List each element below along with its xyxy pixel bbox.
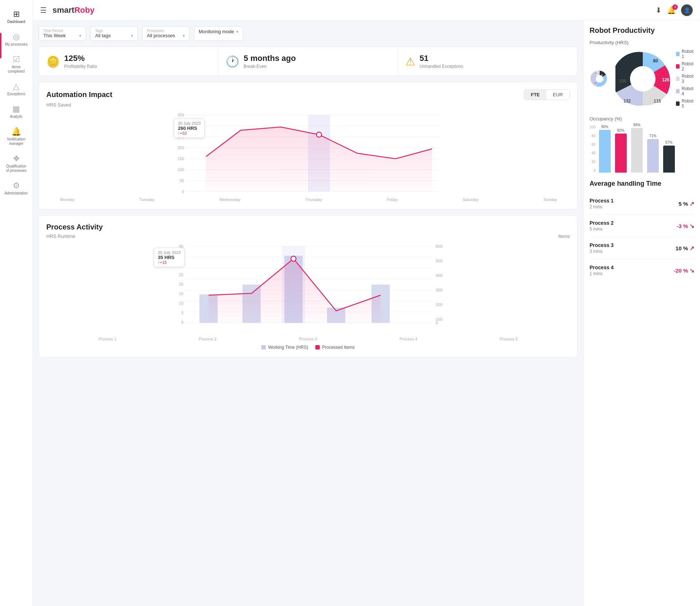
aht-process4: Process 4 1 mins -20 % ↘ [590,259,694,281]
r5-dot [676,101,680,106]
content: Time Period This Week ▾ Tags All tags ▾ … [33,20,700,606]
kpi-profitability: 🪙 125% Profitability Ratio [39,47,218,76]
process-activity-title: Process Activity [46,223,103,231]
kpi-profitability-label: Profitability Ratio [64,64,97,69]
sidebar-label-administration: Administration [5,191,28,196]
logo-roby: Roby [74,5,94,15]
sidebar-item-exceptions[interactable]: △ Exceptions [3,79,30,100]
svg-text:150: 150 [178,157,184,161]
proc-x-p5: Process 5 [500,337,518,341]
notification-badge: 3 [672,4,678,10]
arrow-up-icon: ↗ [689,200,694,207]
occ-bar-r3: 94% [631,123,643,173]
filter-time-period[interactable]: Time Period This Week ▾ [39,26,86,41]
process-activity-chart: 40 35 30 25 20 15 10 5 0 600 500 400 300 [46,243,570,350]
occupancy-chart: 100 80 60 40 20 0 90% 82% [590,125,694,173]
chevron-down-icon-2: ▾ [131,33,133,38]
aht-p2-pct: -3 % ↘ [677,223,694,229]
sidebar-item-qualification[interactable]: ❖ Qualification of processes [3,151,30,177]
kpi-breakeven-info: 5 months ago Break-Even [244,54,296,69]
svg-text:115: 115 [654,99,661,104]
proc-x-p3: Process 3 [299,337,317,341]
qualification-icon: ❖ [13,155,20,163]
monitoring-value: Monitoring mode ▾ [199,29,238,34]
productivity-sub: Productivity (HRS) [590,40,694,45]
aht-section: Average handling Time Process 1 2 mins 5… [590,180,694,281]
occupancy-sub: Occupancy (%) [590,116,694,121]
right-panel: Robot Productivity Productivity (HRS) [583,20,700,606]
svg-text:0: 0 [181,320,183,324]
filter-tags[interactable]: Tags All tags ▾ [90,26,138,41]
aht-p1-time: 2 mins [590,204,614,209]
occ-bar-r2-rect [615,134,627,173]
kpi-exceptions-label: Unhandled Exceptions [420,64,463,69]
pie-chart: 80 126 132 100 [590,50,610,108]
my-processes-icon: ◎ [13,33,20,41]
r4-label: Robot 4 [682,86,694,96]
toggle-group-impact: FTE EUR [524,89,570,100]
aht-p1-name: Process 1 [590,198,614,204]
profitability-icon: 🪙 [46,55,60,68]
occ-bar-r4: 71% [647,134,659,173]
svg-text:250: 250 [178,135,184,139]
arrow-up-icon-2: ↗ [689,245,694,252]
exceptions-kpi-icon: ⚠ [405,55,415,68]
sidebar-item-analytic[interactable]: ▦ Analytic [3,101,30,123]
automation-impact-section: Automation Impact FTE EUR HRS Saved 350 … [39,82,578,209]
r4-dot [676,89,680,93]
items-completed-icon: ☑ [13,55,20,63]
automation-impact-title: Automation Impact [46,90,112,99]
sidebar-item-administration[interactable]: ⚙ Administration [3,178,30,199]
r1-label: Robot 1 [682,49,694,59]
svg-text:132: 132 [623,99,631,104]
filter-processes[interactable]: Processes All processes ▾ [142,26,190,41]
process-activity-section: Process Activity HRS Runtime Items 40 35… [39,215,578,358]
legend-robot4: Robot 4 [676,86,694,96]
notification-bell-icon[interactable]: 🔔 3 [667,6,676,15]
pie-legend: Robot 1 Robot 2 Robot 3 Robot 4 [676,49,694,109]
r3-dot [676,77,680,81]
arrow-down-icon-2: ↘ [689,267,694,274]
svg-text:80: 80 [601,74,603,76]
process3-dot [291,256,296,261]
filter-monitoring[interactable]: Monitoring mode ▾ [194,26,243,41]
sidebar-item-items-completed[interactable]: ☑ Items completed [3,52,30,77]
aht-p4-name: Process 4 [590,265,614,270]
automation-impact-sub: HRS Saved [46,102,570,108]
svg-text:350: 350 [178,113,184,117]
svg-text:100: 100 [594,73,596,74]
aht-p3-name: Process 3 [590,242,614,248]
x-label-thursday: Thursday [305,197,322,202]
avatar[interactable]: 👤 [681,4,693,16]
aht-process3: Process 3 3 mins 10 % ↗ [590,237,694,259]
svg-text:200: 200 [178,146,184,150]
automation-impact-chart: 350 300 250 200 150 100 50 0 [46,111,570,202]
svg-text:600: 600 [436,244,442,248]
kpi-bar: 🪙 125% Profitability Ratio 🕐 5 months ag… [39,47,578,76]
notification-icon: 🔔 [11,128,21,136]
tags-label: Tags [95,29,133,33]
aht-p1-pct: 5 % ↗ [678,200,694,207]
process-svg: 40 35 30 25 20 15 10 5 0 600 500 400 300 [46,243,570,337]
analytic-icon: ▦ [12,105,20,113]
svg-text:0: 0 [436,321,438,325]
svg-text:50: 50 [180,178,184,183]
kpi-exceptions: ⚠ 51 Unhandled Exceptions [398,47,577,76]
fte-toggle[interactable]: FTE [524,90,547,100]
main-area: ☰ smartRoby ⬇ 🔔 3 👤 Time Period This Wee… [33,0,700,606]
occ-bar-r5: 57% [663,140,675,173]
sidebar-item-notification[interactable]: 🔔 Notification manager [3,124,30,150]
sidebar-item-my-processes[interactable]: ◎ My processes [3,29,30,50]
menu-icon[interactable]: ☰ [40,6,47,15]
occ-bar-r4-rect [647,139,659,173]
robot-productivity-title: Robot Productivity [590,26,694,35]
eur-toggle[interactable]: EUR [547,90,569,100]
legend-robot2: Robot 2 [676,61,694,72]
sidebar-item-dashboard[interactable]: ⊞ Dashboard [3,7,30,28]
download-icon[interactable]: ⬇ [656,6,662,15]
chevron-down-icon-4: ▾ [236,29,238,34]
svg-text:126: 126 [662,77,669,82]
processes-label: Processes [147,29,185,33]
svg-text:126: 126 [602,80,604,81]
occ-bars-container: 90% 82% 94% 71% [599,125,675,173]
